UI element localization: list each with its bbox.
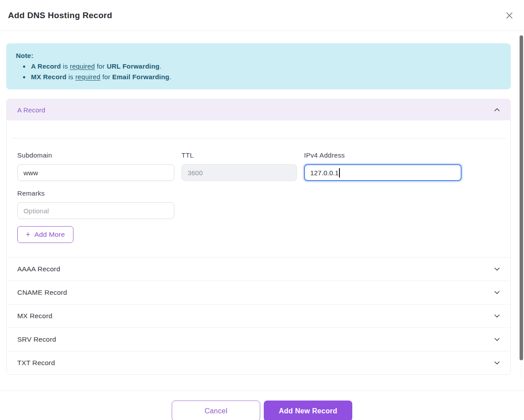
chevron-down-icon xyxy=(493,312,501,320)
note-text: for xyxy=(100,73,112,81)
note-heading: Note: xyxy=(16,50,501,61)
accordion-label: MX Record xyxy=(17,312,52,320)
add-more-button[interactable]: + Add More xyxy=(17,226,73,243)
modal-body: Note: A Record is required for URL Forwa… xyxy=(0,43,524,391)
ttl-input xyxy=(181,164,297,181)
accordion-item-mx-record[interactable]: MX Record xyxy=(7,304,510,328)
note-text: is xyxy=(66,73,75,81)
subdomain-input[interactable] xyxy=(17,164,174,181)
accordion-label: CNAME Record xyxy=(17,289,67,297)
note-feature: Email Forwarding xyxy=(112,73,170,81)
note-feature: URL Forwarding xyxy=(107,62,159,70)
a-record-panel: Subdomain TTL IPv4 Address 127.0.0.1 xyxy=(7,138,510,257)
accordion-label: TXT Record xyxy=(17,359,55,367)
scrollbar-thumb[interactable] xyxy=(520,35,523,360)
chevron-down-icon xyxy=(493,359,501,366)
note-term: MX Record xyxy=(31,73,66,81)
note-required-underline: required xyxy=(70,62,95,70)
chevron-down-icon xyxy=(493,289,501,296)
accordion-item-aaaa-record[interactable]: AAAA Record xyxy=(7,257,510,281)
remarks-label: Remarks xyxy=(17,189,174,197)
note-text: . xyxy=(170,73,171,81)
ipv4-field: IPv4 Address 127.0.0.1 xyxy=(304,151,462,181)
ipv4-input[interactable]: 127.0.0.1 xyxy=(304,164,462,181)
remarks-field: Remarks xyxy=(17,189,174,219)
chevron-down-icon xyxy=(493,266,501,273)
accordion-item-a-record[interactable]: A Record xyxy=(7,99,510,120)
accordion-label: SRV Record xyxy=(17,335,56,343)
note-text: is xyxy=(61,62,70,70)
add-new-record-button[interactable]: Add New Record xyxy=(264,401,352,420)
close-button[interactable] xyxy=(503,9,516,22)
remarks-input[interactable] xyxy=(17,202,174,219)
plus-icon: + xyxy=(26,231,31,239)
accordion-item-txt-record[interactable]: TXT Record xyxy=(7,351,510,374)
cancel-button[interactable]: Cancel xyxy=(172,401,260,420)
accordion-item-srv-record[interactable]: SRV Record xyxy=(7,328,510,351)
subdomain-label: Subdomain xyxy=(17,151,174,159)
note-box: Note: A Record is required for URL Forwa… xyxy=(6,43,511,89)
note-item-mx-record: MX Record is required for Email Forwardi… xyxy=(30,72,501,82)
modal-title: Add DNS Hosting Record xyxy=(8,11,112,20)
modal-footer: Cancel Add New Record xyxy=(0,391,524,420)
subdomain-field: Subdomain xyxy=(17,151,174,181)
note-item-a-record: A Record is required for URL Forwarding. xyxy=(30,61,501,72)
text-caret xyxy=(339,168,340,177)
chevron-up-icon xyxy=(493,106,501,113)
modal-header: Add DNS Hosting Record xyxy=(0,0,524,31)
ttl-label: TTL xyxy=(181,151,297,159)
add-more-label: Add More xyxy=(35,231,65,239)
note-term: A Record xyxy=(31,62,61,70)
chevron-down-icon xyxy=(493,336,501,343)
note-text: for xyxy=(95,62,107,70)
accordion-item-cname-record[interactable]: CNAME Record xyxy=(7,281,510,304)
note-text: . xyxy=(159,62,161,70)
accordion-label-a-record: A Record xyxy=(17,106,45,114)
record-accordion: A Record Subdomain TTL IPv4 Address xyxy=(6,99,511,375)
note-required-underline: required xyxy=(75,73,100,81)
scrollbar-track[interactable] xyxy=(520,35,523,378)
ipv4-value: 127.0.0.1 xyxy=(310,169,339,177)
note-list: A Record is required for URL Forwarding.… xyxy=(16,61,501,82)
ttl-field: TTL xyxy=(181,151,297,181)
accordion-label: AAAA Record xyxy=(17,265,60,273)
close-icon xyxy=(505,11,514,20)
panel-divider xyxy=(11,138,506,139)
ipv4-label: IPv4 Address xyxy=(304,151,462,159)
